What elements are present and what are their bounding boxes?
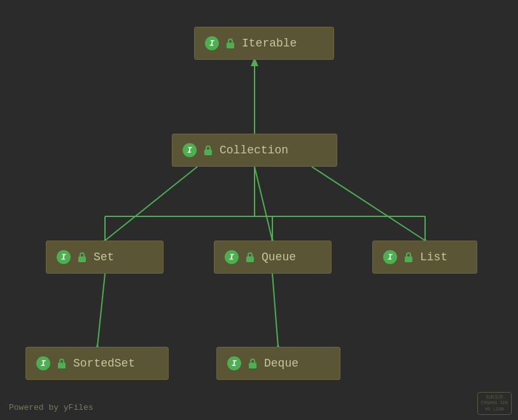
diagram-container: I Iterable I Collection I Set: [0, 0, 518, 420]
lock-icon-sortedset: [55, 357, 68, 370]
interface-icon-iterable: I: [205, 36, 219, 50]
label-list: List: [420, 251, 447, 263]
svg-line-8: [97, 274, 105, 347]
svg-rect-20: [246, 256, 254, 262]
lock-icon-collection: [202, 144, 214, 157]
interface-icon-collection: I: [183, 143, 197, 157]
label-queue: Queue: [262, 251, 296, 263]
svg-rect-19: [78, 256, 86, 262]
node-set[interactable]: I Set: [46, 241, 164, 274]
svg-rect-22: [58, 363, 66, 368]
interface-icon-set: I: [57, 250, 71, 264]
label-deque: Deque: [264, 357, 298, 370]
label-collection: Collection: [220, 144, 288, 157]
svg-line-6: [312, 167, 425, 241]
node-sortedset[interactable]: I SortedSet: [25, 347, 169, 380]
svg-rect-17: [227, 43, 234, 48]
svg-rect-18: [204, 150, 212, 155]
interface-icon-sortedset: I: [36, 356, 50, 370]
svg-line-10: [272, 274, 278, 347]
lock-icon-queue: [244, 251, 256, 263]
interface-icon-deque: I: [227, 356, 241, 370]
svg-rect-23: [249, 363, 256, 368]
label-set: Set: [94, 251, 114, 263]
node-collection[interactable]: I Collection: [172, 134, 337, 167]
node-iterable[interactable]: I Iterable: [194, 27, 334, 60]
lock-icon-list: [402, 251, 415, 263]
interface-icon-queue: I: [225, 250, 239, 264]
node-list[interactable]: I List: [372, 241, 477, 274]
brand-logo: 创新互联CHUANG XIN HU LIAN: [477, 392, 512, 415]
label-iterable: Iterable: [242, 37, 297, 50]
svg-line-4: [255, 167, 272, 241]
lock-icon-deque: [246, 357, 259, 370]
node-queue[interactable]: I Queue: [214, 241, 332, 274]
lock-icon-set: [76, 251, 88, 263]
node-deque[interactable]: I Deque: [216, 347, 340, 380]
svg-rect-21: [405, 256, 412, 262]
interface-icon-list: I: [383, 250, 397, 264]
lock-icon-iterable: [224, 37, 237, 50]
brand-logo-text: 创新互联CHUANG XIN HU LIAN: [478, 395, 511, 412]
svg-line-2: [105, 167, 197, 241]
label-sortedset: SortedSet: [73, 357, 135, 370]
watermark: Powered by yFiles: [9, 403, 94, 412]
